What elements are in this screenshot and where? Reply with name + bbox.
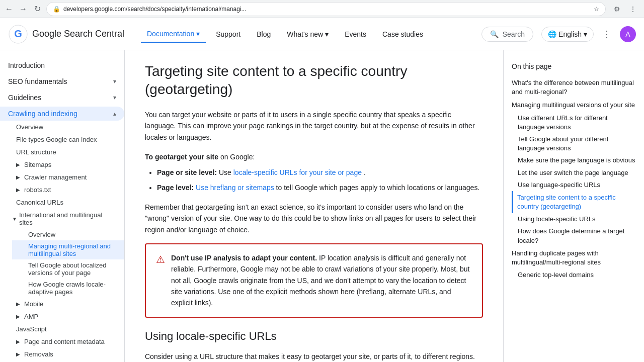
logo-area: G Google Search Central [8,24,129,44]
user-avatar[interactable]: A [620,26,636,42]
locale-section-title: Using locale-specific URLs [145,330,483,343]
locale-intro-text: Consider using a URL structure that make… [145,351,483,362]
collapse-icon: ▼ [12,216,17,222]
chevron-down-icon: ▾ [196,30,200,38]
list-item-page-level: Page level: Use hreflang or sitemaps to … [157,182,483,193]
sidebar-item-crawler-management[interactable]: ▶ Crawler management [4,171,124,184]
back-button[interactable]: ← [4,4,14,14]
lock-icon: 🔒 [53,6,60,13]
site-name: Google Search Central [32,29,124,39]
nav-case-studies[interactable]: Case studies [376,26,429,42]
sidebar-item-crawling-overview[interactable]: Overview [4,121,124,133]
sidebar-section-guidelines: Guidelines ▾ [0,90,124,105]
refresh-button[interactable]: ↻ [32,4,42,14]
sidebar-item-page-content-metadata[interactable]: ▶ Page and content metadata [4,335,124,348]
extensions-button[interactable]: ⚙ [610,2,624,16]
toc-item-different-urls[interactable]: Use different URLs for different languag… [512,112,636,133]
expand-icon: ▶ [16,314,20,319]
sidebar-item-crawls-locale[interactable]: How Google crawls locale-adaptive pages [12,279,124,298]
google-logo-icon: G [8,24,28,44]
search-box[interactable]: 🔍 Search [481,27,533,42]
expand-icon: ▶ [16,174,20,180]
toc-item-language-specific-urls[interactable]: Use language-specific URLs [512,179,636,191]
warning-box: ⚠ Don't use IP analysis to adapt your co… [145,243,483,318]
sidebar-item-canonical-urls[interactable]: Canonical URLs [4,196,124,209]
toc-item-locale-specific-urls[interactable]: Using locale-specific URLs [512,213,636,225]
nav-documentation[interactable]: Documentation ▾ [141,26,206,43]
toc-item-user-switch-language[interactable]: Let the user switch the page language [512,167,636,179]
toc-item-tell-google-language[interactable]: Tell Google about your different languag… [512,133,636,154]
toc-item-generic-tld[interactable]: Generic top-level domains [512,269,636,281]
hreflang-sitemaps-link[interactable]: Use hreflang or sitemaps [196,184,274,192]
sidebar-item-managing-multi-regional[interactable]: Managing multi-regional and multilingual… [12,240,124,259]
sidebar-item-introduction[interactable]: Introduction [0,58,124,72]
geotarget-heading: To geotarget your site on Google: [145,153,483,161]
intl-sub-menu: Overview Managing multi-regional and mul… [4,229,124,298]
sidebar-item-mobile[interactable]: ▶ Mobile [4,298,124,310]
sidebar-item-robots-txt[interactable]: ▶ robots.txt [4,184,124,196]
browser-action-buttons: ⚙ ⋮ [610,2,640,16]
url-text: developers.google.com/search/docs/specia… [63,6,591,13]
globe-icon: 🌐 [548,30,556,38]
more-options-button[interactable]: ⋮ [602,29,612,39]
page-layout: Introduction SEO fundamentals ▾ Guidelin… [0,50,644,362]
geotarget-list: Page or site level: Use locale-specific … [145,167,483,194]
nav-whats-new[interactable]: What's new ▾ [281,26,335,42]
forward-button[interactable]: → [18,4,28,14]
toc-item-page-language-obvious[interactable]: Make sure the page language is obvious [512,154,636,166]
list-item-page-site-level: Page or site level: Use locale-specific … [157,167,483,178]
toc-item-managing-multilingual[interactable]: Managing multilingual versions of your s… [512,99,636,112]
sidebar-item-file-types[interactable]: File types Google can index [4,133,124,146]
expand-icon: ▶ [16,351,20,357]
sidebar-item-intl-overview[interactable]: Overview [12,229,124,240]
toc-item-handling-duplicates[interactable]: Handling duplicate pages with multilingu… [512,247,636,269]
chevron-down-icon: ▾ [584,30,587,38]
warning-icon: ⚠ [156,253,165,265]
nav-events[interactable]: Events [339,26,372,42]
lang-label: English [558,30,582,38]
header-right: 🔍 Search 🌐 English ▾ ⋮ A [481,26,636,42]
expand-icon: ▶ [16,339,20,344]
url-bar[interactable]: 🔒 developers.google.com/search/docs/spec… [46,2,606,16]
locale-specific-urls-link[interactable]: locale-specific URLs for your site or pa… [233,168,362,176]
warning-text-content: Don't use IP analysis to adapt your cont… [171,252,472,309]
menu-button[interactable]: ⋮ [626,2,640,16]
search-label: Search [503,30,525,38]
main-content: Targeting site content to a specific cou… [125,50,503,362]
warning-strong-text: Don't use IP analysis to adapt your cont… [171,254,317,262]
intro-paragraph: You can target your website or parts of … [145,109,483,143]
expand-icon: ▶ [16,301,20,307]
toc-item-geotargeting[interactable]: Targeting site content to a specific cou… [512,191,636,213]
toc-title: On this page [512,62,636,70]
browser-chrome: ← → ↻ 🔒 developers.google.com/search/doc… [0,0,644,18]
sidebar-section-introduction: Introduction [0,58,124,72]
bookmark-icon: ☆ [594,6,599,13]
sidebar-item-amp[interactable]: ▶ AMP [4,310,124,323]
sidebar-item-removals[interactable]: ▶ Removals [4,348,124,360]
main-nav: Documentation ▾ Support Blog What's new … [141,26,469,43]
expand-icon: ▶ [16,162,20,167]
language-selector[interactable]: 🌐 English ▾ [541,27,594,42]
search-icon: 🔍 [490,30,499,38]
nav-blog[interactable]: Blog [251,26,277,42]
toc-item-google-determine-locale[interactable]: How does Google determine a target local… [512,225,636,246]
left-sidebar: Introduction SEO fundamentals ▾ Guidelin… [0,50,125,362]
sidebar-section-crawling: Crawling and indexing ▴ Overview File ty… [0,107,124,362]
sidebar-item-guidelines[interactable]: Guidelines ▾ [0,90,124,105]
sidebar-section-seo: SEO fundamentals ▾ [0,74,124,88]
page-title: Targeting site content to a specific cou… [145,62,483,99]
sidebar-item-javascript[interactable]: JavaScript [4,323,124,335]
chevron-icon: ▾ [113,94,116,101]
toc-item-multilingual-difference[interactable]: What's the difference between multilingu… [512,76,636,99]
sidebar-item-url-structure[interactable]: URL structure [4,146,124,158]
sidebar-item-intl-multilingual[interactable]: ▼ International and multilingual sites [4,209,124,229]
sidebar-item-tell-google-localized[interactable]: Tell Google about localized versions of … [12,259,124,279]
sidebar-item-seo-fundamentals[interactable]: SEO fundamentals ▾ [0,74,124,88]
nav-support[interactable]: Support [210,26,247,42]
chevron-up-icon: ▴ [113,110,116,117]
site-header: G Google Search Central Documentation ▾ … [0,18,644,50]
crawling-sub-menu: Overview File types Google can index URL… [0,121,124,362]
sidebar-item-sitemaps[interactable]: ▶ Sitemaps [4,158,124,171]
sidebar-item-crawling-indexing[interactable]: Crawling and indexing ▴ [0,107,124,121]
svg-text:G: G [14,28,22,39]
